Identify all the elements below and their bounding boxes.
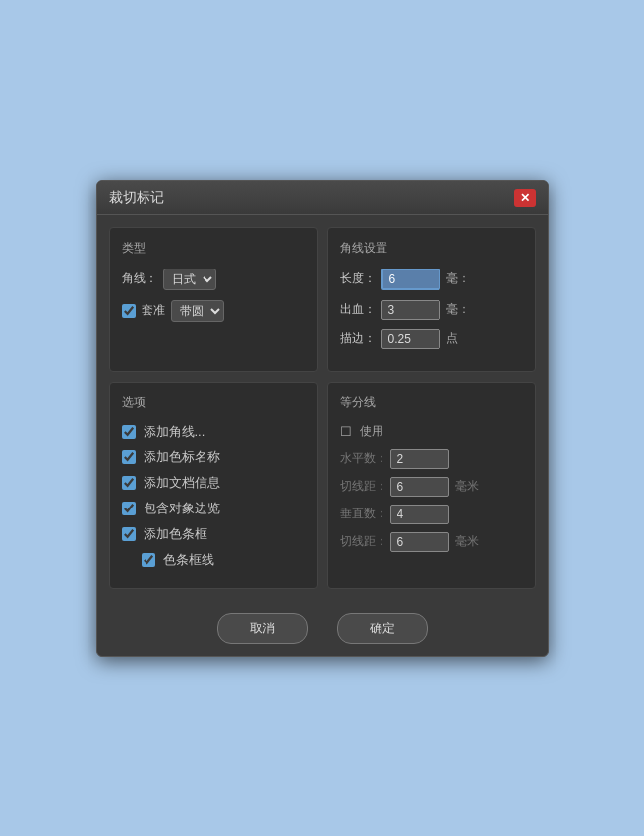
options-title: 选项 (122, 394, 305, 411)
use-checkbox-symbol: ☐ (340, 424, 352, 439)
corner-label: 角线： (122, 270, 157, 287)
eq-unit-3: 毫米 (455, 533, 479, 550)
option-label-0: 添加角线... (144, 423, 205, 441)
dialog-title: 裁切标记 (109, 189, 164, 207)
eq-input-0[interactable] (390, 449, 449, 469)
option-checkbox-3[interactable] (122, 502, 136, 515)
length-label: 长度： (340, 270, 376, 287)
stroke-row: 描边： 点 (340, 329, 523, 349)
use-label: 使用 (360, 423, 383, 440)
option-row-4: 添加色条框 (122, 525, 305, 543)
eq-input-2[interactable] (390, 505, 449, 524)
option-label-1: 添加色标名称 (144, 448, 220, 466)
bleed-unit: 毫： (446, 301, 470, 318)
length-row: 长度： 毫： (340, 269, 523, 290)
option-row-0: 添加角线... (122, 423, 305, 441)
bleed-label: 出血： (340, 301, 376, 318)
ok-button[interactable]: 确定 (337, 613, 428, 644)
option-label-2: 添加文档信息 (144, 474, 220, 492)
option-checkbox-2[interactable] (122, 476, 136, 490)
option-checkbox-5[interactable] (142, 553, 155, 567)
cancel-button[interactable]: 取消 (217, 613, 308, 644)
eq-title: 等分线 (340, 394, 523, 411)
option-label-3: 包含对象边览 (144, 500, 220, 517)
eq-input-3[interactable] (390, 532, 449, 552)
option-row-2: 添加文档信息 (122, 474, 305, 492)
sleeve-row: 套准 带圆 无圆 (122, 300, 305, 322)
option-row-3: 包含对象边览 (122, 500, 305, 517)
sleeve-label: 套准 (142, 302, 165, 319)
corner-settings-title: 角线设置 (340, 240, 523, 257)
sleeve-type-select[interactable]: 带圆 无圆 (171, 300, 224, 322)
titlebar: 裁切标记 ✕ (97, 181, 548, 215)
type-panel-title: 类型 (122, 240, 305, 257)
eq-label-0: 水平数： (340, 450, 384, 467)
length-unit: 毫： (446, 270, 470, 287)
dialog-container: 裁切标记 ✕ 类型 角线： 日式 欧式 美式 套准 带圆 无圆 (96, 180, 549, 657)
dialog-body: 类型 角线： 日式 欧式 美式 套准 带圆 无圆 角线设置 (97, 215, 548, 601)
close-button[interactable]: ✕ (514, 189, 536, 207)
option-checkbox-1[interactable] (122, 450, 136, 464)
corner-select[interactable]: 日式 欧式 美式 (163, 269, 216, 290)
length-input[interactable] (381, 269, 440, 290)
eq-row-0: 水平数： (340, 449, 523, 469)
option-label-5: 色条框线 (163, 551, 214, 568)
option-checkbox-0[interactable] (122, 425, 136, 439)
corner-settings-panel: 角线设置 长度： 毫： 出血： 毫： 描边： 点 (327, 227, 536, 372)
option-row-5: 色条框线 (122, 551, 305, 568)
stroke-input[interactable] (381, 329, 440, 349)
eq-label-3: 切线距： (340, 533, 384, 550)
footer: 取消 确定 (97, 601, 548, 656)
bleed-input[interactable] (381, 300, 440, 320)
bleed-row: 出血： 毫： (340, 300, 523, 320)
eq-panel: 等分线 ☐ 使用 水平数： 切线距： 毫米 垂直数： 切线距： 毫米 (327, 382, 536, 589)
eq-unit-1: 毫米 (455, 478, 479, 495)
eq-row-3: 切线距： 毫米 (340, 532, 523, 552)
use-row: ☐ 使用 (340, 423, 523, 440)
option-label-4: 添加色条框 (144, 525, 207, 543)
option-row-1: 添加色标名称 (122, 448, 305, 466)
sleeve-checkbox[interactable] (122, 304, 136, 318)
options-panel: 选项 添加角线... 添加色标名称 添加文档信息 包含对象边览 添加色条框 (109, 382, 318, 589)
option-checkbox-4[interactable] (122, 527, 136, 541)
corner-row: 角线： 日式 欧式 美式 (122, 269, 305, 290)
stroke-label: 描边： (340, 330, 376, 347)
type-panel: 类型 角线： 日式 欧式 美式 套准 带圆 无圆 (109, 227, 318, 372)
eq-label-2: 垂直数： (340, 506, 384, 522)
eq-row-2: 垂直数： (340, 505, 523, 524)
eq-label-1: 切线距： (340, 478, 384, 495)
eq-row-1: 切线距： 毫米 (340, 477, 523, 497)
eq-input-1[interactable] (390, 477, 449, 497)
stroke-unit: 点 (446, 330, 458, 347)
